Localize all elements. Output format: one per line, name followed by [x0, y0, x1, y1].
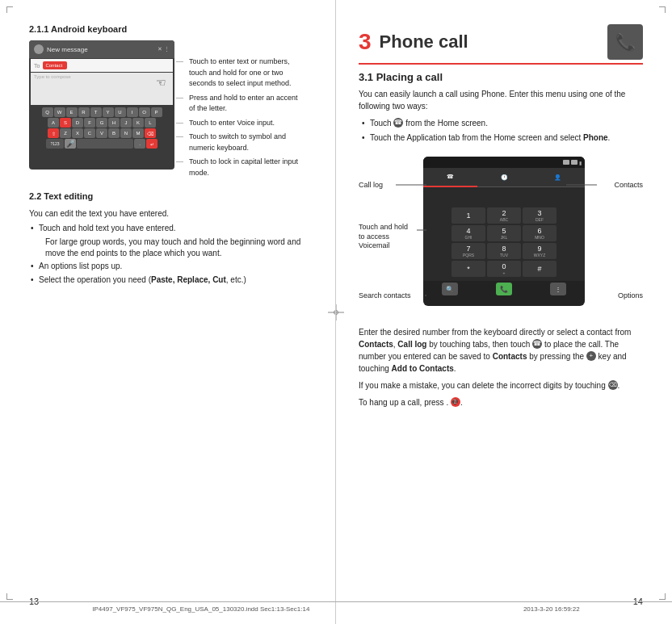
chapter-num: 3: [359, 29, 372, 55]
dialer-bottom-bar: 🔍 📞 ⋮: [423, 281, 585, 297]
kb-e: E: [66, 107, 78, 117]
bullet-2: An options list pops up.: [29, 261, 313, 272]
bullet-app-tab: Touch the Application tab from the Home …: [359, 132, 643, 144]
hang-up-text: To hang up a call, press .: [359, 398, 448, 407]
kb-z: Z: [60, 128, 71, 138]
phone-call-icon: 📞: [615, 32, 636, 52]
kb-g: G: [96, 118, 107, 128]
footer-bar: IP4497_VF975_VF975N_QG_Eng_USA_05_130320…: [0, 601, 672, 613]
search-contacts-icon[interactable]: 🔍: [442, 283, 458, 295]
section-2-2: 2.2 Text editing You can edit the text y…: [29, 191, 313, 286]
kb-period: .: [134, 139, 145, 149]
key-2[interactable]: 2ABC: [487, 207, 521, 224]
kb-to-label: To: [34, 63, 40, 69]
contacts-text: Contacts: [614, 181, 643, 189]
kb-icons-right: ✕ ⋮: [158, 46, 170, 52]
section-3-1-title: 3.1 Placing a call: [359, 71, 643, 83]
kb-x: X: [72, 128, 83, 138]
tab-calllog[interactable]: 🕐: [477, 168, 531, 187]
key-7[interactable]: 7PQRS: [452, 243, 485, 259]
kb-d: D: [72, 118, 83, 128]
label-call-log: Call log: [359, 181, 383, 189]
kb-p: P: [151, 107, 162, 117]
kb-l: L: [145, 118, 156, 128]
section-2-1-1-title: 2.1.1 Android keyboard: [29, 24, 313, 34]
key-6[interactable]: 6MNO: [523, 225, 556, 241]
annotation-4: Touch to switch to symbol and numeric ke…: [183, 132, 300, 153]
kb-row-3: ⇧ Z X C V B N M ⌫: [31, 128, 173, 138]
kb-c: C: [84, 128, 95, 138]
voicemail-line: [417, 229, 428, 231]
bullet-home-screen: Touch from the Home screen.: [359, 117, 643, 129]
kb-enter: ↵: [146, 139, 158, 149]
kb-v: V: [96, 128, 107, 138]
kb-contact-chip: Contact: [43, 61, 67, 69]
chapter-header: 3 Phone call 📞: [359, 24, 643, 65]
kb-annotations: Touch to enter text or numbers, touch an…: [183, 40, 300, 182]
kb-h: H: [108, 118, 120, 128]
footer-text: IP4497_VF975_VF975N_QG_Eng_USA_05_130320…: [92, 605, 309, 613]
phone-screen-container: ▮ ☎ 🕐 👤 1: [423, 150, 585, 308]
kb-a: A: [48, 118, 59, 128]
kb-s: S: [60, 118, 71, 128]
key-9[interactable]: 9WXYZ: [523, 243, 556, 259]
label-contacts: Contacts: [614, 181, 643, 189]
kb-b: B: [108, 128, 120, 138]
chapter-icon: 📞: [607, 24, 643, 60]
kb-mic: 🎤: [65, 139, 76, 149]
left-page: 2.1.1 Android keyboard New message ✕ ⋮ T…: [0, 0, 336, 624]
call-log-line: [396, 184, 428, 186]
phone-diagram-area: ▮ ☎ 🕐 👤 1: [359, 150, 643, 320]
keyboard-area: New message ✕ ⋮ To Contact Type to compo…: [29, 40, 313, 182]
dialer-tabs: ☎ 🕐 👤: [423, 168, 585, 187]
call-log-text: Call log: [359, 181, 383, 189]
kb-i: I: [127, 107, 138, 117]
label-search-contacts: Search contacts: [359, 291, 411, 299]
key-8[interactable]: 8TUV: [487, 243, 521, 259]
key-hash[interactable]: #: [523, 261, 556, 277]
battery-icon: ▮: [579, 160, 582, 165]
keypad-row-1: 1 2ABC 3DEF: [426, 207, 582, 224]
keyboard-image: New message ✕ ⋮ To Contact Type to compo…: [29, 40, 174, 170]
kb-f: F: [84, 118, 95, 128]
kb-shift: ⇧: [48, 128, 59, 138]
key-4[interactable]: 4GHI: [452, 225, 485, 241]
section-2-2-intro: You can edit the text you have entered.: [29, 207, 313, 220]
annotation-1: Touch to enter text or numbers, touch an…: [183, 57, 300, 90]
kb-compose-placeholder: Type to compose: [31, 73, 173, 81]
key-5[interactable]: 5JKL: [487, 225, 521, 241]
kb-w: W: [54, 107, 65, 117]
call-button[interactable]: 📞: [496, 283, 512, 295]
options-icon[interactable]: ⋮: [550, 283, 566, 295]
bullet-1-sub: For large group words, you may touch and…: [29, 237, 313, 259]
keypad-row-4: * 0+ #: [426, 261, 582, 277]
body-text-3: To hang up a call, press . .: [359, 396, 643, 408]
voicemail-text: Touch and hold to access Voicemail: [359, 223, 408, 249]
key-3[interactable]: 3DEF: [523, 207, 556, 224]
kb-j: J: [120, 118, 132, 128]
section-2-2-title: 2.2 Text editing: [29, 191, 313, 201]
kb-t: T: [90, 107, 102, 117]
kb-compose-area: Type to compose ☜: [31, 73, 173, 105]
kb-n: N: [120, 128, 132, 138]
kb-backspace: ⌫: [145, 128, 156, 138]
key-0[interactable]: 0+: [487, 261, 521, 277]
keypad-row-2: 4GHI 5JKL 6MNO: [426, 225, 582, 241]
key-1[interactable]: 1: [452, 207, 485, 224]
label-options: Options: [618, 291, 643, 299]
label-voicemail: Touch and hold to access Voicemail: [359, 223, 415, 251]
keypad-row-3: 7PQRS 8TUV 9WXYZ: [426, 243, 582, 259]
kb-k: K: [132, 118, 144, 128]
kb-row-4: ?123 🎤 . ↵: [31, 139, 173, 149]
place-call-icon: [532, 339, 542, 349]
kb-y: Y: [103, 107, 114, 117]
add-contacts-icon: [586, 351, 596, 361]
end-call-icon: [451, 397, 460, 407]
tab-phone[interactable]: ☎: [423, 168, 477, 187]
kb-title: New message: [47, 46, 154, 53]
annotation-5: Touch to lock in capital letter input mo…: [183, 157, 300, 178]
annotation-3: Touch to enter Voice input.: [183, 118, 300, 129]
bullet-3: Select the operation you need (Paste, Re…: [29, 274, 313, 286]
key-star[interactable]: *: [452, 261, 485, 277]
kb-r: R: [78, 107, 90, 117]
